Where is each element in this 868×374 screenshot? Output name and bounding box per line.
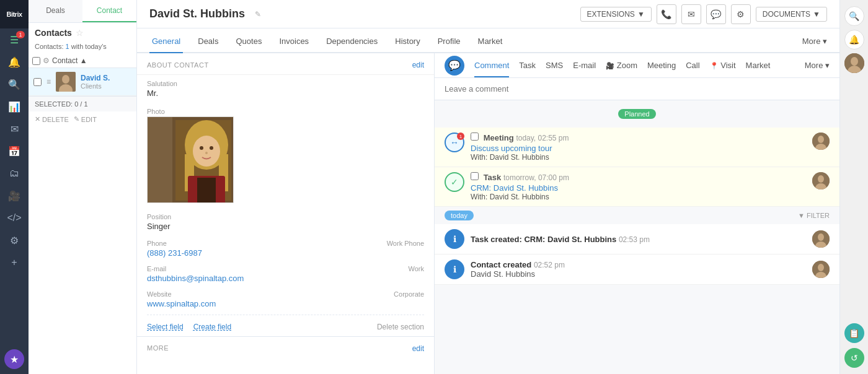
sidebar-icon-tasks[interactable]: </> xyxy=(0,207,29,229)
meeting-type-label: Meeting xyxy=(484,133,514,142)
contacts-star-icon[interactable]: ☆ xyxy=(76,28,84,38)
feed-area: Planned ↔ 1 Meeting today, 02:55 pm xyxy=(435,100,839,374)
activity-tab-email[interactable]: E-mail xyxy=(573,54,596,77)
about-contact-edit[interactable]: edit xyxy=(412,61,424,69)
extensions-button[interactable]: EXTENSIONS ▼ xyxy=(580,7,652,22)
bitrix-logo: Bitrix xyxy=(6,11,22,18)
meeting-title-row: Meeting today, 02:55 pm xyxy=(471,133,806,142)
sidebar-icon-menu[interactable]: ☰ 1 xyxy=(0,28,29,51)
about-contact-header: ABOUT CONTACT edit xyxy=(137,53,434,75)
today-badge-row: today ▼ FILTER xyxy=(435,207,839,224)
phone-field-row: Phone (888) 231-6987 Work Phone xyxy=(137,236,434,261)
contact-created-time: 02:52 pm xyxy=(534,261,565,269)
meeting-checkbox[interactable] xyxy=(471,133,479,141)
right-user-avatar[interactable] xyxy=(844,53,864,73)
activity-feed: 💬 Comment Task SMS E-mail 🎥 Zoom Meeting… xyxy=(435,53,839,374)
delete-section-link[interactable]: Delete section xyxy=(377,323,424,331)
sidebar-icon-search[interactable]: 🔍 xyxy=(0,73,29,95)
meeting-time: today, 02:55 pm xyxy=(516,134,569,142)
contact-created-icon: ℹ xyxy=(445,259,464,279)
position-label: Position xyxy=(147,213,424,220)
column-settings-icon[interactable]: ⚙ xyxy=(43,56,50,65)
sidebar-icon-star[interactable]: ★ xyxy=(4,349,24,369)
create-field-link[interactable]: Create field xyxy=(193,323,231,331)
tab-market[interactable]: Market xyxy=(476,30,505,53)
edit-button[interactable]: ✎ EDIT xyxy=(74,115,97,123)
email-icon-button[interactable]: ✉ xyxy=(681,4,701,24)
phone-icon-button[interactable]: 📞 xyxy=(657,4,676,24)
task-subject-link[interactable]: CRM: David St. Hubbins xyxy=(471,183,806,193)
meeting-subject-link[interactable]: Discuss upcoming tour xyxy=(471,144,806,153)
contact-created-text: Contact created xyxy=(471,260,531,269)
filter-button[interactable]: ▼ FILTER xyxy=(798,212,830,219)
filter-icon: ▼ xyxy=(798,212,805,219)
tab-quotes[interactable]: Quotes xyxy=(234,30,265,53)
email-value[interactable]: dsthubbins@spinaltap.com xyxy=(147,274,409,283)
more-section-header: MORE edit xyxy=(147,344,424,353)
contact-detail-panel: ABOUT CONTACT edit Salutation Mr. Photo xyxy=(137,53,435,374)
sidebar-icon-analytics[interactable]: 📊 xyxy=(0,95,29,118)
more-section: MORE edit xyxy=(137,336,434,358)
right-teal-icon[interactable]: 📋 xyxy=(844,323,864,343)
contact-list-item[interactable]: ≡ David S. Clients xyxy=(29,68,136,96)
activity-tab-visit[interactable]: 📍 Visit xyxy=(710,54,736,77)
activity-tabs-more[interactable]: More ▾ xyxy=(805,61,830,70)
activity-tab-sms[interactable]: SMS xyxy=(546,54,563,77)
email-field: E-mail dsthubbins@spinaltap.com xyxy=(147,265,409,283)
contact-checkbox[interactable] xyxy=(33,78,42,86)
activity-tab-call[interactable]: Call xyxy=(686,54,699,77)
activity-tab-comment[interactable]: Comment xyxy=(474,54,509,77)
contact-name-edit-icon[interactable]: ✎ xyxy=(255,10,261,19)
sidebar-tab-contact[interactable]: Contact xyxy=(82,0,136,22)
sidebar-tab-deals[interactable]: Deals xyxy=(29,0,82,22)
activity-tab-meeting[interactable]: Meeting xyxy=(647,54,676,77)
right-green-icon[interactable]: ↺ xyxy=(844,348,864,368)
tabs-more-button[interactable]: More ▾ xyxy=(802,30,827,52)
divider xyxy=(147,315,424,315)
delete-button[interactable]: ✕ DELETE xyxy=(35,115,69,123)
sidebar-icon-add[interactable]: + xyxy=(0,251,29,274)
position-value: Singer xyxy=(147,222,424,231)
sidebar-icon-mail[interactable]: ✉ xyxy=(0,118,29,140)
tab-dependencies[interactable]: Dependencies xyxy=(324,30,380,53)
activity-tab-zoom[interactable]: 🎥 Zoom xyxy=(606,54,637,77)
more-section-edit[interactable]: edit xyxy=(412,344,424,353)
sidebar-icon-video[interactable]: 🎥 xyxy=(0,185,29,207)
tab-general[interactable]: General xyxy=(149,30,183,53)
select-field-link[interactable]: Select field xyxy=(147,323,184,331)
right-bell-icon[interactable]: 🔔 xyxy=(844,30,864,50)
activity-tab-task[interactable]: Task xyxy=(519,54,536,77)
right-search-icon[interactable]: 🔍 xyxy=(844,6,864,26)
sidebar-icon-drive[interactable]: 🗂 xyxy=(0,162,29,185)
svg-point-24 xyxy=(818,233,824,241)
feed-item-task: ✓ Task tomorrow, 07:00 pm CRM: David St.… xyxy=(435,167,839,207)
meeting-content: Meeting today, 02:55 pm Discuss upcoming… xyxy=(471,133,806,162)
zoom-icon: 🎥 xyxy=(606,62,614,69)
tab-deals[interactable]: Deals xyxy=(195,30,221,53)
documents-arrow-icon: ▼ xyxy=(813,10,820,19)
sidebar-icon-settings[interactable]: ⚙ xyxy=(0,229,29,251)
activity-icon: 💬 xyxy=(445,56,464,76)
activity-tab-market[interactable]: Market xyxy=(746,54,771,77)
comment-input[interactable] xyxy=(445,84,830,94)
documents-button[interactable]: DOCUMENTS ▼ xyxy=(756,7,827,22)
task-created-item: ℹ Task created: CRM: David St. Hubbins 0… xyxy=(435,224,839,254)
task-check-icon: ✓ xyxy=(451,177,458,187)
task-checkbox[interactable] xyxy=(471,172,479,180)
task-created-icon: ℹ xyxy=(445,229,464,249)
tab-history[interactable]: History xyxy=(392,30,422,53)
sidebar-icon-calendar[interactable]: 📅 xyxy=(0,140,29,162)
select-all-checkbox[interactable] xyxy=(32,57,40,65)
website-value[interactable]: www.spinaltap.com xyxy=(147,299,394,308)
selected-info: SELECTED: 0 / 1 xyxy=(29,96,136,111)
tab-profile[interactable]: Profile xyxy=(435,30,463,53)
chat-icon-button[interactable]: 💬 xyxy=(706,4,726,24)
phone-type: Work Phone xyxy=(387,240,424,247)
phone-value[interactable]: (888) 231-6987 xyxy=(147,248,387,258)
contacts-count-link[interactable]: 1 xyxy=(66,43,69,50)
tab-invoices[interactable]: Invoices xyxy=(277,30,311,53)
visit-icon: 📍 xyxy=(710,62,719,69)
settings-icon-button[interactable]: ⚙ xyxy=(731,4,751,24)
sidebar-icon-notifications[interactable]: 🔔 xyxy=(0,51,29,73)
task-created-time: 02:53 pm xyxy=(619,235,650,244)
